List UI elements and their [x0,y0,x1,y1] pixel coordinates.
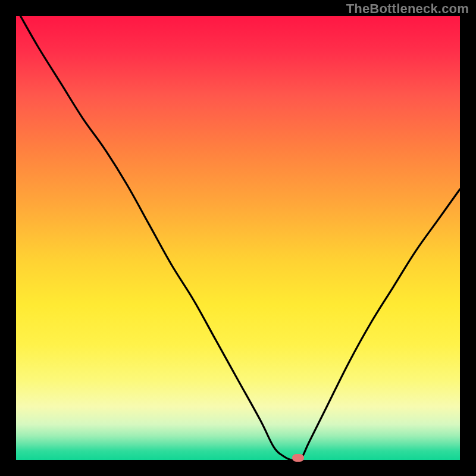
watermark-text: TheBottleneck.com [346,1,469,17]
chart-frame: TheBottleneck.com [0,0,476,476]
optimal-point-marker [292,454,304,462]
plot-area [16,16,460,460]
bottleneck-curve [16,16,460,460]
